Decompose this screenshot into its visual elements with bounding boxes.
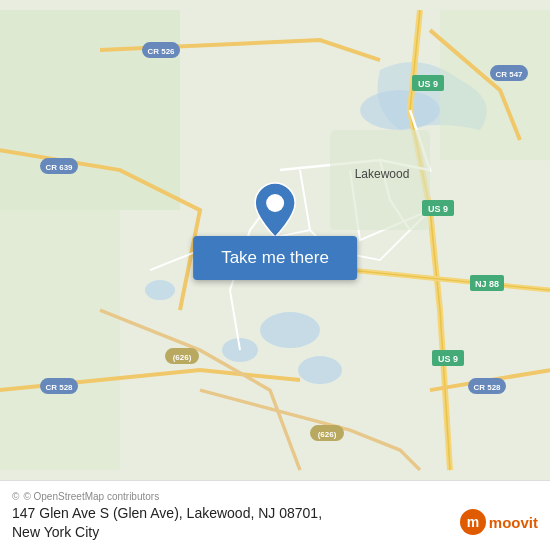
svg-text:CR 639: CR 639 [45,163,73,172]
copyright-symbol: © [12,491,19,502]
svg-text:US 9: US 9 [438,354,458,364]
svg-text:CR 526: CR 526 [147,47,175,56]
svg-text:US 9: US 9 [418,79,438,89]
address-line-2: New York City [12,523,322,542]
moovit-icon: m [459,508,487,536]
svg-text:US 9: US 9 [428,204,448,214]
footer: © © OpenStreetMap contributors 147 Glen … [0,480,550,550]
moovit-text: moovit [489,514,538,531]
svg-point-33 [266,194,284,212]
svg-text:Lakewood: Lakewood [355,167,410,181]
svg-point-4 [145,280,175,300]
take-me-there-button[interactable]: Take me there [193,236,357,280]
svg-text:m: m [467,514,479,530]
svg-text:(626): (626) [173,353,192,362]
svg-text:(626): (626) [318,430,337,439]
svg-rect-6 [0,10,180,210]
svg-rect-7 [0,210,120,470]
map-area: US 9 US 9 US 9 NJ 88 CR 526 CR 547 CR 63… [0,0,550,480]
map-pin [250,180,300,240]
svg-text:CR 528: CR 528 [45,383,73,392]
svg-point-3 [298,356,342,384]
button-container: Take me there [193,180,357,280]
svg-text:NJ 88: NJ 88 [475,279,499,289]
osm-text: © OpenStreetMap contributors [23,491,159,502]
address-line-1: 147 Glen Ave S (Glen Ave), Lakewood, NJ … [12,504,322,523]
osm-credit: © © OpenStreetMap contributors [12,491,538,502]
app-container: US 9 US 9 US 9 NJ 88 CR 526 CR 547 CR 63… [0,0,550,550]
svg-text:CR 528: CR 528 [473,383,501,392]
svg-point-1 [260,312,320,348]
svg-text:CR 547: CR 547 [495,70,523,79]
